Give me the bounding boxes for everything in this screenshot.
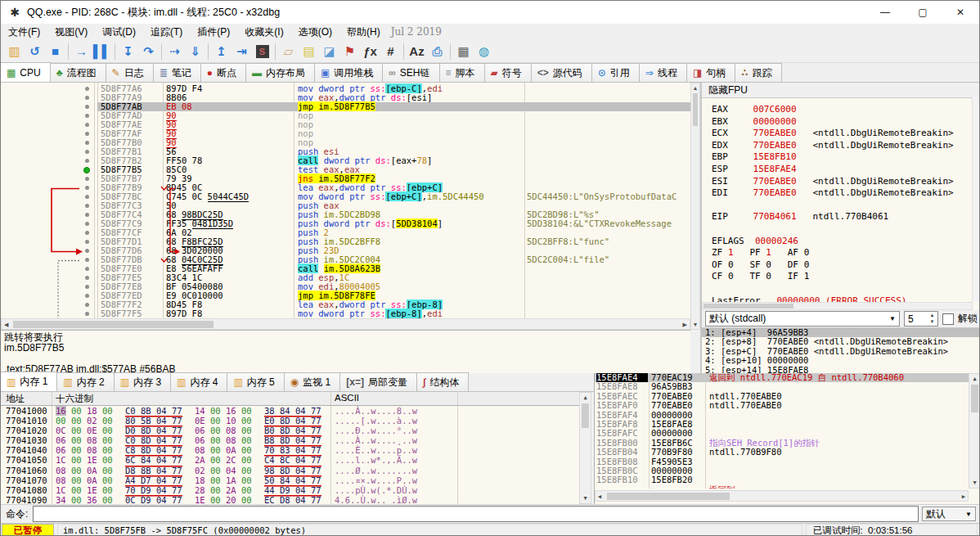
comments-icon[interactable]: ▤: [299, 42, 319, 61]
skip-syscall-icon[interactable]: S: [252, 42, 272, 61]
menu-item-4[interactable]: 插件(P): [190, 24, 237, 41]
calculator-icon[interactable]: ▦: [453, 42, 474, 61]
dump-row[interactable]: 770410200C 00 0E 00D0 8D 04 7706 00 08 0…: [1, 426, 579, 435]
menu-item-2[interactable]: 调试(D): [95, 24, 143, 41]
hide-fpu-button[interactable]: 隐藏FPU: [702, 83, 980, 98]
tab-notes[interactable]: ≣笔记: [153, 63, 201, 82]
tab-log[interactable]: ✎日志: [106, 63, 154, 82]
functions-icon[interactable]: ƒx: [360, 42, 380, 61]
register-row[interactable]: OF 0 SF 0 DF 0: [712, 259, 973, 272]
tab-script[interactable]: ≡脚本: [439, 63, 485, 82]
close-button[interactable]: ✕: [942, 1, 979, 24]
arguments-panel[interactable]: 1: [esp+4] 96A59BB32: [esp+8] 770EABE0 <…: [702, 327, 980, 373]
tab-struct[interactable]: ∫结构体: [416, 372, 469, 391]
dump-row[interactable]: 7704106008 00 0A 00D8 8B 04 7702 00 04 0…: [1, 466, 579, 475]
tab-symbols[interactable]: ▰符号: [484, 63, 532, 82]
tab-trace[interactable]: ∴跟踪: [735, 63, 781, 82]
stack-vscrollbar[interactable]: ▲ ▼: [969, 373, 980, 489]
tab-dump-5[interactable]: ▥内存 5: [227, 372, 284, 391]
dump-row[interactable]: 7704103006 00 08 00C0 8D 04 7706 00 08 0…: [1, 435, 579, 445]
tab-dump-1[interactable]: ▥内存 1: [0, 372, 57, 391]
register-row[interactable]: EFLAGS 00000246: [712, 236, 973, 248]
arg-count-stepper[interactable]: 5 ▲ ▼: [904, 311, 938, 327]
register-row[interactable]: EAX 007C6000: [712, 104, 973, 116]
disassembly-panel[interactable]: 5D8F77A6897D F4mov dword ptr ss:[ebp-C],…: [1, 83, 690, 318]
dump-row[interactable]: 770410801C 00 1E 0070 D9 04 7728 00 2A 0…: [1, 485, 579, 495]
pause-icon[interactable]: ▌▌: [92, 42, 112, 61]
step-into-icon[interactable]: ↧: [118, 42, 138, 61]
register-row[interactable]: CF 0 TF 0 IF 1: [712, 271, 973, 283]
strings-az-icon[interactable]: Az: [407, 42, 427, 61]
stack-row[interactable]: 15E8FB1015E8FB20: [595, 475, 969, 484]
disasm-hscrollbar[interactable]: ◀ ▶: [1, 318, 690, 330]
register-row[interactable]: ZF 1 PF 1 AF 0: [712, 247, 973, 259]
register-row[interactable]: ESI 770EABE0 <ntdll.DbgUiRemoteBreakin>: [712, 176, 973, 188]
registers-vscrollbar[interactable]: [972, 97, 980, 302]
register-list[interactable]: EAX 007C6000EBX 00000000ECX 770EABE0 <nt…: [702, 97, 973, 309]
stack-row[interactable]: 返回到: [595, 485, 969, 489]
menu-item-0[interactable]: 文件(F): [1, 24, 47, 41]
register-row[interactable]: ECX 770EABE0 <ntdll.DbgUiRemoteBreakin>: [712, 128, 973, 140]
unlock-checkbox[interactable]: [942, 313, 954, 325]
labels-icon[interactable]: ◪: [319, 42, 339, 61]
tab-cpu[interactable]: ▦CPU: [0, 62, 51, 82]
tab-references[interactable]: ⊙引用: [591, 63, 640, 82]
spin-down-icon[interactable]: ▼: [928, 319, 937, 325]
menu-item-5[interactable]: 收藏夹(I): [237, 24, 290, 41]
stack-panel[interactable]: 15E8FAE4770EAC19返回到 ntdll.770EAC19 自 ntd…: [594, 373, 980, 504]
restart-icon[interactable]: ↺: [25, 42, 45, 61]
stack-hscrollbar[interactable]: ◀ ▶: [595, 490, 969, 502]
device-icon[interactable]: ⎙: [427, 42, 447, 61]
tab-locals[interactable]: [x=]局部变量: [339, 372, 417, 391]
tab-breakpoints[interactable]: ●断点: [200, 63, 246, 82]
disasm-vscrollbar[interactable]: ▲ ▼: [690, 83, 700, 330]
tab-call-stack[interactable]: ▣调用堆栈: [314, 63, 383, 82]
tab-handles[interactable]: ◨句柄: [686, 63, 735, 82]
globe-icon[interactable]: ◍: [474, 42, 494, 61]
stack-row[interactable]: 15E8FAF0770EABE0ntdll.770EABE0: [595, 401, 969, 410]
command-input[interactable]: [33, 506, 919, 522]
tab-source[interactable]: <>源代码: [531, 63, 592, 82]
register-row[interactable]: EBP 15E8FB10: [712, 151, 973, 164]
dump-row[interactable]: 7704104006 00 08 00C8 8D 04 7708 00 0A 0…: [1, 445, 579, 455]
dump-vscrollbar[interactable]: ▲ ▼: [579, 392, 591, 504]
maximize-button[interactable]: ▢: [904, 1, 942, 24]
register-row[interactable]: EBX 00000000: [712, 116, 973, 128]
dump-row[interactable]: 7704107008 00 0A 00A4 D7 04 7718 00 1A 0…: [1, 475, 579, 485]
register-row[interactable]: EDX 770EABE0 <ntdll.DbgUiRemoteBreakin>: [712, 140, 973, 152]
tab-memory-map[interactable]: ▬内存布局: [245, 63, 315, 82]
tab-dump-4[interactable]: ▥内存 4: [170, 372, 227, 391]
step-over-icon[interactable]: ↷: [138, 42, 159, 61]
spin-up-icon[interactable]: ▲: [928, 313, 937, 318]
dump-row[interactable]: 7704100016 00 18 00C0 8B 04 7714 00 16 0…: [1, 406, 579, 416]
dump-row[interactable]: 7704101000 00 02 0080 5B 04 770E 00 10 0…: [1, 416, 579, 426]
run-icon[interactable]: →: [71, 42, 92, 61]
menu-item-3[interactable]: 追踪(T): [143, 24, 190, 41]
tab-threads[interactable]: ⇒线程: [639, 63, 687, 82]
dump-row[interactable]: 7704109034 00 36 000C D9 04 771E 00 20 0…: [1, 495, 579, 504]
dump-row[interactable]: 770410501C 00 1E 006C 84 04 772A 00 2C 0…: [1, 455, 579, 465]
register-row[interactable]: ESP 15E8FAE4: [712, 164, 973, 176]
argument-row[interactable]: 4: [esp+10] 00000000: [702, 356, 980, 365]
register-row[interactable]: EDI 770EABE0 <ntdll.DbgUiRemoteBreakin>: [712, 187, 973, 200]
menu-item-1[interactable]: 视图(V): [47, 24, 95, 41]
registers-hscrollbar[interactable]: [702, 302, 973, 310]
tab-watch-1[interactable]: ◉监视 1: [284, 372, 341, 391]
argument-row[interactable]: 5: [esp+14] 15E8FAE8: [702, 366, 980, 373]
step-out-icon[interactable]: ⇓: [185, 42, 205, 61]
bookmarks-icon[interactable]: ⚑: [339, 42, 360, 61]
minimize-button[interactable]: —: [866, 1, 904, 24]
hash-icon[interactable]: #: [380, 42, 401, 61]
menu-item-6[interactable]: 选项(O): [291, 24, 339, 41]
run-to-selection-icon[interactable]: ⇢: [164, 42, 185, 61]
execute-till-return-icon[interactable]: ↥: [211, 42, 232, 61]
register-row[interactable]: EIP 770B4061 ntdll.770B4061: [712, 211, 973, 223]
tab-graph[interactable]: ♣流程图: [50, 63, 106, 82]
breakpoint-dot[interactable]: [83, 167, 90, 173]
disasm-row[interactable]: 5D8F77F5897D F8mov dword ptr ss:[ebp-8],…: [1, 309, 690, 318]
memory-dump-panel[interactable]: 地址 十六进制 ASCII 7704100016 00 18 00C0 8B 0…: [1, 392, 591, 504]
run-to-user-code-icon[interactable]: ⇥: [232, 42, 252, 61]
open-file-icon[interactable]: ▥: [4, 42, 25, 61]
stop-icon[interactable]: ■: [45, 42, 65, 61]
stack-row[interactable]: 15E8FB04770B9F80ntdll.770B9F80: [595, 448, 969, 457]
